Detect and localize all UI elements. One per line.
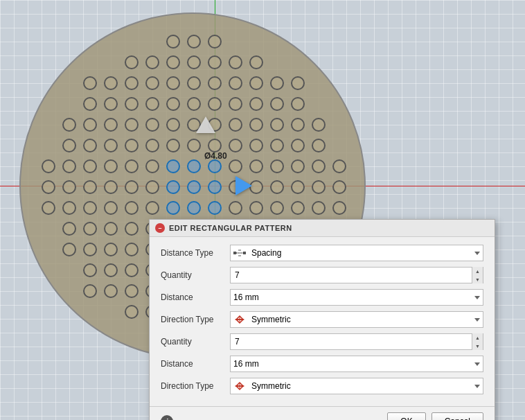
dot xyxy=(270,180,284,194)
dot xyxy=(249,55,263,69)
edit-rectangular-pattern-dialog: – EDIT RECTANGULAR PATTERN Distance Type xyxy=(149,219,495,420)
dot xyxy=(166,201,180,215)
dot xyxy=(42,201,55,215)
footer-buttons: OK Cancel xyxy=(387,412,483,420)
dot xyxy=(208,55,222,69)
dot xyxy=(187,180,201,194)
dot xyxy=(187,159,201,173)
distance-type-label: Distance Type xyxy=(161,248,230,258)
quantity-spin-1: ▲ ▼ xyxy=(472,267,483,283)
distance-control-2: 16 mm xyxy=(230,356,483,372)
dot xyxy=(208,97,222,111)
dot xyxy=(229,139,242,152)
dot xyxy=(125,201,139,215)
dot xyxy=(270,118,284,132)
direction-type-control-1: Symmetric xyxy=(230,311,483,328)
dot xyxy=(229,55,242,69)
dot xyxy=(83,118,97,132)
dot xyxy=(270,76,284,90)
info-icon[interactable]: i xyxy=(161,415,173,420)
distance-dropdown-arrow-1 xyxy=(474,296,480,299)
dot xyxy=(42,159,55,173)
dot xyxy=(166,55,180,69)
dot xyxy=(145,159,159,173)
dot xyxy=(312,139,326,152)
arrow-up-icon[interactable] xyxy=(196,116,215,133)
dot xyxy=(125,263,139,277)
dot xyxy=(229,201,242,215)
distance-type-dropdown-arrow xyxy=(474,252,480,255)
quantity-label-2: Quantity xyxy=(161,337,230,347)
quantity-spin-down-2[interactable]: ▼ xyxy=(472,342,483,350)
dot xyxy=(104,139,118,152)
dot xyxy=(208,76,222,90)
dot xyxy=(104,222,118,236)
dot xyxy=(83,201,97,215)
dot xyxy=(104,180,118,194)
dot xyxy=(291,180,305,194)
dot xyxy=(83,222,97,236)
cancel-button[interactable]: Cancel xyxy=(431,412,483,420)
quantity-input-2[interactable] xyxy=(231,334,472,349)
dot xyxy=(83,97,97,111)
dot xyxy=(166,76,180,90)
distance-dropdown-arrow-2 xyxy=(474,362,480,366)
dot xyxy=(62,118,76,132)
symmetric-icon-1 xyxy=(233,315,246,324)
dialog-body: Distance Type Spacing xyxy=(150,237,495,406)
dot xyxy=(104,97,118,111)
quantity-input-wrap-2: ▲ ▼ xyxy=(230,333,483,350)
dot xyxy=(270,97,284,111)
dot xyxy=(332,180,346,194)
dot xyxy=(291,118,305,132)
distance-select-1[interactable]: 16 mm xyxy=(230,289,483,306)
dot xyxy=(332,201,346,215)
quantity-spin-down-1[interactable]: ▼ xyxy=(472,275,483,283)
dot xyxy=(249,139,263,152)
dot xyxy=(166,159,180,173)
distance-select-2[interactable]: 16 mm xyxy=(230,356,483,372)
dot xyxy=(187,201,201,215)
dot xyxy=(104,159,118,173)
arrow-right-icon[interactable] xyxy=(235,176,252,195)
quantity-spin-up-2[interactable]: ▲ xyxy=(472,333,483,342)
dot xyxy=(125,76,139,90)
quantity-label-1: Quantity xyxy=(161,270,230,280)
dot xyxy=(187,35,201,49)
dot xyxy=(229,97,242,111)
ok-button[interactable]: OK xyxy=(387,412,425,420)
quantity-row-1: Quantity ▲ ▼ xyxy=(161,266,483,284)
distance-value-1: 16 mm xyxy=(233,292,259,302)
svg-rect-1 xyxy=(243,252,246,254)
distance-type-select[interactable]: Spacing xyxy=(230,245,483,261)
dialog-title-text: EDIT RECTANGULAR PATTERN xyxy=(169,224,292,232)
dot xyxy=(291,76,305,90)
direction-type-dropdown-arrow-1 xyxy=(474,318,480,322)
dot xyxy=(291,201,305,215)
distance-label-1: Distance xyxy=(161,292,230,302)
quantity-spin-up-1[interactable]: ▲ xyxy=(472,267,483,275)
dot xyxy=(145,118,159,132)
canvas: Ø4.80 – EDIT RECTANGULAR PATTERN Distanc… xyxy=(0,0,525,420)
dot xyxy=(62,201,76,215)
dot xyxy=(249,97,263,111)
direction-type-select-text-2: Symmetric xyxy=(233,381,474,391)
direction-type-select-2[interactable]: Symmetric xyxy=(230,378,483,394)
dot xyxy=(270,159,284,173)
dot xyxy=(229,118,242,132)
direction-type-label-1: Direction Type xyxy=(161,315,230,324)
dot xyxy=(208,201,222,215)
dot xyxy=(312,118,326,132)
dot xyxy=(83,180,97,194)
dot xyxy=(125,118,139,132)
quantity-spin-2: ▲ ▼ xyxy=(472,333,483,350)
quantity-input-1[interactable] xyxy=(231,268,472,283)
dot xyxy=(125,139,139,152)
direction-type-row-2: Direction Type Symmetric xyxy=(161,377,483,395)
dot xyxy=(208,180,222,194)
dot xyxy=(270,201,284,215)
direction-type-select-1[interactable]: Symmetric xyxy=(230,311,483,328)
dot xyxy=(166,97,180,111)
dot xyxy=(291,97,305,111)
dot xyxy=(187,97,201,111)
